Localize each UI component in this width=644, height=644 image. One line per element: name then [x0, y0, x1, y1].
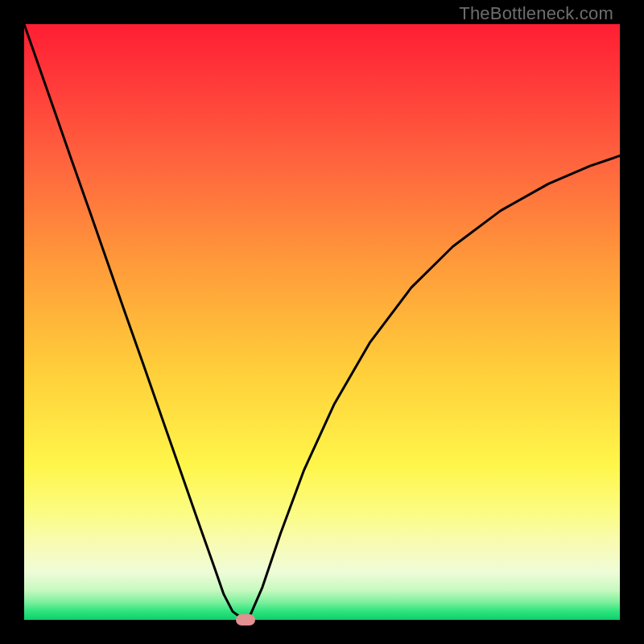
chart-frame: TheBottleneck.com [0, 0, 644, 644]
optimal-point-marker [236, 614, 255, 625]
watermark-text: TheBottleneck.com [459, 3, 613, 24]
bottleneck-curve [24, 24, 620, 620]
plot-area [24, 24, 620, 620]
